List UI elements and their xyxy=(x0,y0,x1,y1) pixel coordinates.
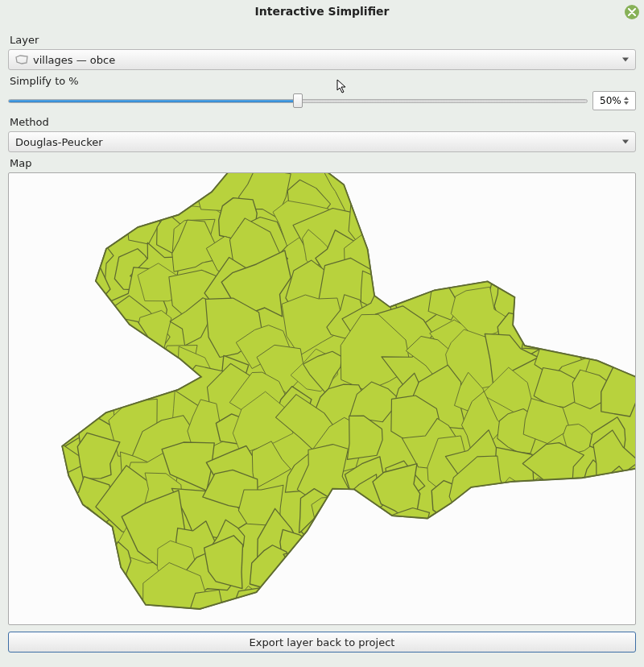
polygon-layer-icon xyxy=(15,55,28,64)
window-title: Interactive Simplifier xyxy=(255,5,390,18)
export-button[interactable]: Export layer back to project xyxy=(8,632,636,652)
simplify-label: Simplify to % xyxy=(10,75,636,87)
simplify-value-input[interactable] xyxy=(598,94,622,107)
simplify-slider[interactable] xyxy=(8,90,588,111)
window-titlebar: Interactive Simplifier xyxy=(0,0,644,23)
simplify-spinbox[interactable] xyxy=(592,91,636,110)
layer-selected-text: villages — obce xyxy=(33,54,115,66)
slider-thumb[interactable] xyxy=(293,93,303,108)
map-canvas[interactable] xyxy=(8,172,636,625)
spin-down-icon[interactable] xyxy=(624,102,629,105)
chevron-down-icon xyxy=(622,58,629,62)
spin-up-icon[interactable] xyxy=(624,97,629,100)
map-label: Map xyxy=(10,157,636,169)
close-button[interactable] xyxy=(625,5,639,19)
export-button-label: Export layer back to project xyxy=(250,636,395,648)
method-label: Method xyxy=(10,116,636,128)
chevron-down-icon xyxy=(622,140,629,144)
layer-label: Layer xyxy=(10,34,636,46)
method-combobox[interactable]: Douglas-Peucker xyxy=(8,131,636,152)
layer-combobox[interactable]: villages — obce xyxy=(8,49,636,70)
method-selected-text: Douglas-Peucker xyxy=(15,136,103,148)
close-icon xyxy=(628,8,636,16)
